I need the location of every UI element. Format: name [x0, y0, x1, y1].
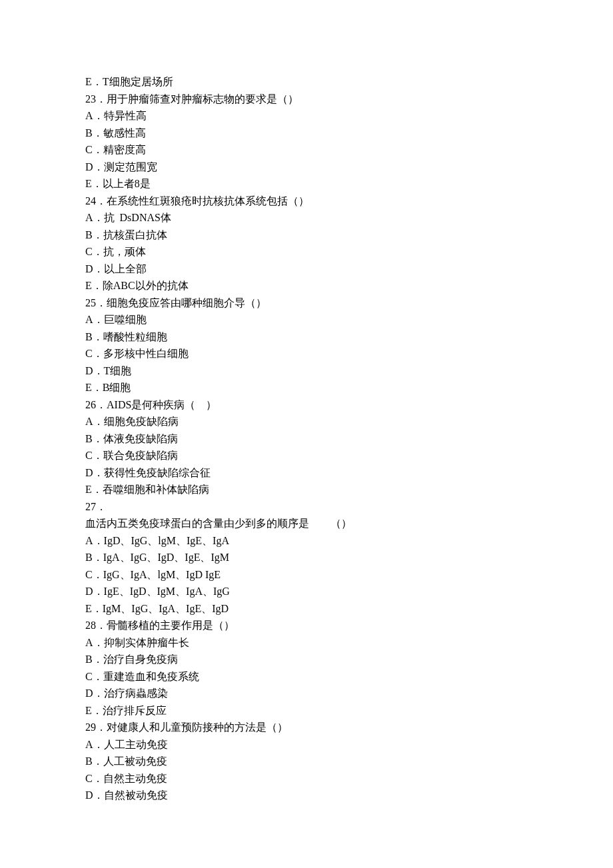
text-line: C．联合免疫缺陷病	[85, 447, 528, 464]
text-line: E．IgM、IgG、IgA、IgE、IgD	[85, 600, 528, 618]
text-line: 25．细胞免疫应答由哪种细胞介导（）	[85, 294, 528, 312]
text-line: D．获得性免疫缺陷综合征	[85, 464, 528, 482]
text-line: E．B细胞	[85, 379, 528, 396]
text-line: 27．	[85, 498, 528, 516]
text-line: A．抗 DsDNAS体	[85, 209, 528, 226]
text-line: A．人工主动免疫	[85, 736, 528, 753]
text-line: E．治疗排斥反应	[85, 702, 528, 719]
text-line: A．IgD、IgG、lgM、IgE、IgA	[85, 532, 528, 550]
text-line: B．敏感性高	[85, 125, 528, 142]
text-line: D．以上全部	[85, 260, 528, 278]
text-line: A．细胞免疫缺陷病	[85, 413, 528, 430]
text-line: E．T细胞定居场所	[85, 73, 528, 91]
text-line: 24．在系统性红斑狼疮时抗核抗体系统包括（）	[85, 193, 528, 210]
text-line: 26．AIDS是何种疾病（ ）	[85, 396, 528, 414]
text-line: B．治疗自身免疫病	[85, 651, 528, 668]
text-line: E．以上者8是	[85, 175, 528, 193]
text-line: D．测定范围宽	[85, 159, 528, 176]
text-line: 28．骨髓移植的主要作用是（）	[85, 617, 528, 634]
text-line: C．自然主动免疫	[85, 770, 528, 787]
text-line: A．特异性高	[85, 107, 528, 125]
text-line: A．巨噬细胞	[85, 311, 528, 328]
text-line: C．抗，顽体	[85, 243, 528, 260]
text-line: 29．对健康人和儿童预防接种的方法是（）	[85, 719, 528, 736]
text-line: D．自然被动免疫	[85, 787, 528, 804]
text-line: D．T细胞	[85, 362, 528, 380]
text-line: D．IgE、IgD、IgM、IgA、IgG	[85, 583, 528, 600]
text-line: C．多形核中性白细胞	[85, 345, 528, 362]
text-line: 血活内五类免疫球蛋白的含量由少到多的顺序是 （）	[85, 515, 528, 532]
text-line: C．IgG、IgA、lgM、IgD IgE	[85, 566, 528, 584]
text-line: E．除ABC以外的抗体	[85, 277, 528, 294]
text-line: A．抑制实体肿瘤牛长	[85, 634, 528, 651]
text-line: C．重建造血和免疫系统	[85, 668, 528, 685]
text-line: B．嗜酸性粒细胞	[85, 328, 528, 346]
text-line: E．吞噬细胞和补体缺陷病	[85, 481, 528, 498]
text-line: D．治疗病蟲感染	[85, 685, 528, 702]
document-page: E．T细胞定居场所 23．用于肿瘤筛查对肿瘤标志物的要求是（） A．特异性高 B…	[0, 0, 613, 844]
text-line: C．精密度高	[85, 141, 528, 159]
text-line: 23．用于肿瘤筛查对肿瘤标志物的要求是（）	[85, 91, 528, 108]
text-line: B．人工被动免疫	[85, 753, 528, 770]
text-line: B．抗核蛋白抗体	[85, 226, 528, 244]
text-line: B．IgA、IgG、IgD、IgE、IgM	[85, 549, 528, 566]
text-line: B．体液免疫缺陷病	[85, 430, 528, 448]
